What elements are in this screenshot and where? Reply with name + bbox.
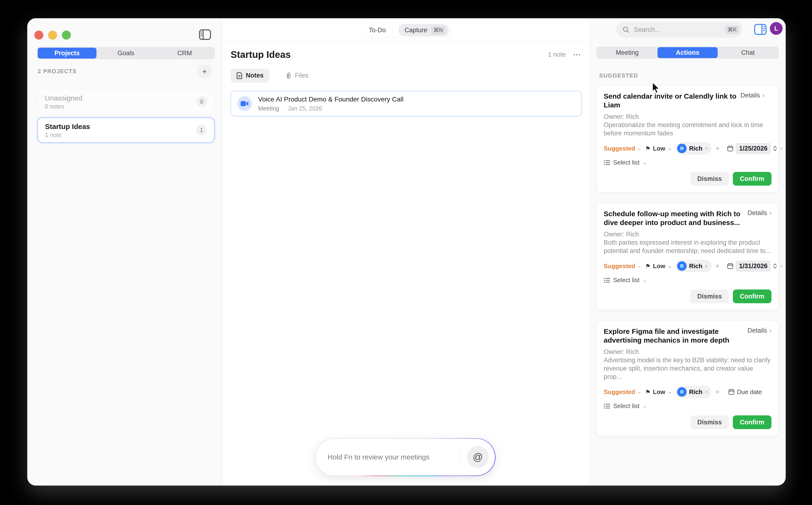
note-date: Jan 25, 2026	[288, 105, 322, 112]
assignee-chip[interactable]: R Rich ×	[676, 386, 711, 398]
minimize-window-button[interactable]	[48, 31, 57, 40]
assignee-avatar: R	[677, 144, 686, 153]
project-item-startup-ideas[interactable]: Startup Ideas 1 note 1	[37, 118, 214, 143]
search-input[interactable]: Search... ⌘K	[616, 22, 742, 37]
card-buttons: Dismiss Confirm	[604, 415, 772, 429]
remove-assignee-icon[interactable]: ×	[705, 263, 708, 269]
status-dropdown[interactable]: Suggested ⌄	[604, 145, 641, 152]
chevron-down-icon: ⌄	[642, 160, 647, 165]
action-owner: Owner: Rich	[604, 348, 772, 356]
details-label: Details	[741, 92, 760, 99]
capture-mode-button[interactable]: Capture ⌘N	[398, 24, 449, 36]
assignee-chip[interactable]: R Rich ×	[676, 142, 711, 155]
dismiss-button[interactable]: Dismiss	[690, 415, 729, 429]
stepper-up-icon	[773, 264, 777, 266]
details-link[interactable]: Details ›	[741, 92, 764, 99]
status-dropdown[interactable]: Suggested ⌄	[604, 263, 641, 270]
window-controls	[34, 31, 71, 40]
action-controls: Suggested ⌄ ⚑ Low ⌄ R Rich × +	[604, 386, 772, 398]
card-head: Explore Figma file and investigate adver…	[604, 327, 772, 344]
note-type: Meeting	[258, 105, 279, 112]
tab-chat[interactable]: Chat	[718, 47, 778, 58]
priority-dropdown[interactable]: ⚑ Low ⌄	[645, 263, 672, 270]
status-dropdown[interactable]: Suggested ⌄	[604, 388, 641, 396]
add-assignee-button[interactable]: +	[715, 262, 720, 271]
due-date-group[interactable]: Due date	[728, 388, 762, 396]
confirm-button[interactable]: Confirm	[733, 172, 772, 186]
note-card[interactable]: Voice AI Product Demo & Founder Discover…	[231, 91, 582, 117]
tab-actions[interactable]: Actions	[657, 47, 718, 58]
assignee-chip[interactable]: R Rich ×	[676, 260, 711, 272]
user-avatar[interactable]: L	[770, 22, 783, 35]
paperclip-icon	[285, 72, 291, 79]
action-description: Both parties expressed interest in explo…	[604, 238, 772, 255]
project-name: Unassigned	[45, 94, 196, 103]
date-stepper[interactable]	[773, 146, 777, 151]
more-options-button[interactable]: ⋯	[573, 52, 581, 57]
tab-goals[interactable]: Goals	[96, 48, 155, 58]
stepper-down-icon	[773, 149, 777, 151]
tab-projects[interactable]: Projects	[38, 48, 96, 58]
assignee-name: Rich	[689, 388, 702, 396]
calendar-icon	[728, 389, 735, 395]
view-tabs: Notes Files	[231, 68, 314, 82]
clear-date-icon[interactable]: ×	[780, 263, 783, 270]
confirm-button[interactable]: Confirm	[733, 290, 772, 303]
note-count: 1 note	[548, 51, 566, 58]
priority-dropdown[interactable]: ⚑ Low ⌄	[645, 145, 672, 152]
sidebar-panel-icon	[199, 29, 211, 40]
select-list-dropdown[interactable]: Select list ⌄	[604, 159, 772, 166]
project-item-unassigned[interactable]: Unassigned 0 notes 0	[37, 89, 214, 114]
tab-notes[interactable]: Notes	[231, 68, 269, 82]
status-label: Suggested	[604, 145, 635, 152]
capture-label: Capture	[405, 27, 427, 34]
select-list-dropdown[interactable]: Select list ⌄	[604, 277, 772, 284]
tab-meeting[interactable]: Meeting	[597, 47, 657, 58]
chevron-down-icon: ⌄	[668, 146, 672, 151]
add-assignee-button[interactable]: +	[715, 144, 720, 153]
project-text: Startup Ideas 1 note	[45, 122, 196, 139]
date-stepper[interactable]	[773, 264, 777, 269]
action-title: Schedule follow-up meeting with Rich to …	[604, 209, 745, 227]
list-icon	[604, 278, 610, 283]
action-card: Schedule follow-up meeting with Rich to …	[596, 203, 779, 310]
remove-assignee-icon[interactable]: ×	[705, 388, 708, 395]
fn-review-bar: Hold Fn to review your meetings @	[315, 438, 495, 476]
suggested-actions-list: Send calendar invite or Calendly link to…	[596, 86, 779, 436]
chevron-right-icon: ›	[769, 327, 772, 334]
add-project-button[interactable]: +	[198, 65, 211, 78]
close-window-button[interactable]	[34, 31, 43, 40]
todo-mode-button[interactable]: To-Do	[369, 27, 386, 34]
dismiss-button[interactable]: Dismiss	[690, 290, 729, 303]
project-list: Unassigned 0 notes 0 Startup Ideas 1 not…	[37, 89, 214, 143]
select-list-dropdown[interactable]: Select list ⌄	[604, 402, 772, 410]
action-description: Operationalize the meeting commitment an…	[604, 121, 772, 138]
right-panel-toggle-icon[interactable]	[754, 23, 767, 35]
confirm-button[interactable]: Confirm	[733, 415, 772, 429]
assignee-name: Rich	[689, 145, 702, 152]
sidebar-toggle-icon[interactable]	[199, 29, 211, 40]
due-date-input[interactable]: 1/25/2026	[736, 143, 771, 154]
mention-button[interactable]: @	[467, 446, 489, 468]
projects-section-label: 2 PROJECTS	[38, 68, 76, 75]
list-icon	[604, 160, 610, 165]
zoom-window-button[interactable]	[62, 31, 71, 40]
fn-review-bar-inner[interactable]: Hold Fn to review your meetings @	[316, 439, 495, 475]
priority-dropdown[interactable]: ⚑ Low ⌄	[645, 388, 672, 396]
project-count-badge: 1	[196, 125, 207, 136]
tab-crm[interactable]: CRM	[155, 48, 214, 58]
meeting-video-icon	[237, 96, 252, 111]
dismiss-button[interactable]: Dismiss	[690, 172, 729, 186]
due-date-input[interactable]: 1/31/2026	[736, 261, 771, 272]
suggested-section-label: SUGGESTED	[599, 72, 638, 79]
note-title: Voice AI Product Demo & Founder Discover…	[258, 96, 403, 103]
details-link[interactable]: Details ›	[748, 209, 772, 217]
tab-files[interactable]: Files	[280, 68, 314, 82]
add-assignee-button[interactable]: +	[715, 388, 720, 396]
card-head: Send calendar invite or Calendly link to…	[604, 92, 772, 109]
clear-date-icon[interactable]: ×	[780, 145, 783, 152]
notes-tab-label: Notes	[246, 72, 263, 79]
flag-icon: ⚑	[645, 145, 650, 152]
details-link[interactable]: Details ›	[748, 327, 772, 334]
remove-assignee-icon[interactable]: ×	[705, 145, 708, 152]
